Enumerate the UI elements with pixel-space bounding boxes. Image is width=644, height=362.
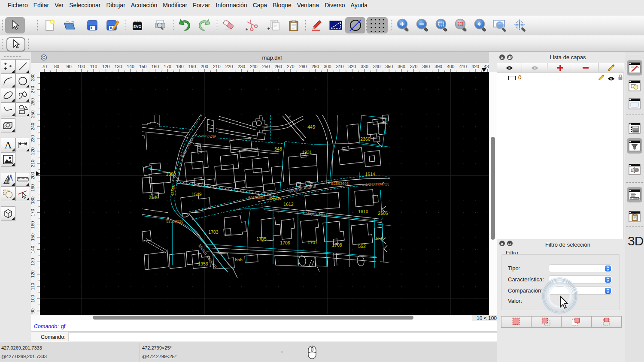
svg-text:1614: 1614: [365, 172, 375, 177]
svg-text:52563692: 52563692: [248, 196, 265, 200]
svg-text:140: 140: [31, 246, 35, 253]
svg-text:280: 280: [299, 64, 307, 69]
svg-text:330: 330: [361, 64, 368, 69]
svg-text:90: 90: [31, 308, 35, 314]
svg-text:550: 550: [376, 236, 383, 241]
svg-text:410: 410: [459, 64, 467, 69]
svg-text:c:_command: c:_command: [631, 198, 640, 199]
svg-text:150: 150: [31, 233, 35, 241]
svg-text:170: 170: [164, 64, 171, 69]
svg-text:240: 240: [31, 123, 35, 130]
svg-text:250: 250: [31, 110, 35, 118]
svg-text:1549: 1549: [191, 192, 202, 197]
svg-text:120: 120: [102, 64, 110, 69]
svg-text:52563694: 52563694: [366, 182, 383, 186]
svg-text:250: 250: [262, 64, 270, 69]
svg-text:1707: 1707: [307, 240, 318, 245]
svg-text:280: 280: [31, 73, 35, 81]
svg-text:260: 260: [274, 64, 282, 69]
svg-text:1931: 1931: [302, 150, 312, 155]
svg-text:Laboris Nisi: Laboris Nisi: [303, 210, 327, 218]
svg-text:170: 170: [31, 209, 35, 217]
svg-text:2546: 2546: [149, 195, 159, 200]
svg-text:230: 230: [237, 64, 245, 69]
svg-text:350: 350: [386, 64, 393, 69]
svg-text:420: 420: [471, 64, 479, 69]
svg-text:150: 150: [139, 64, 147, 69]
svg-text:290: 290: [312, 64, 319, 69]
svg-text:160: 160: [152, 64, 159, 69]
svg-text:1810: 1810: [358, 209, 368, 214]
svg-text:110: 110: [90, 64, 97, 69]
svg-text:180: 180: [176, 64, 184, 69]
svg-text:1705: 1705: [256, 236, 267, 241]
svg-text:52563236: 52563236: [166, 219, 183, 223]
svg-text:1612: 1612: [283, 202, 294, 207]
svg-text:1580: 1580: [166, 172, 176, 177]
svg-text:240: 240: [250, 64, 258, 69]
svg-text:200: 200: [200, 64, 208, 69]
svg-text:380: 380: [422, 64, 430, 69]
svg-text:1953: 1953: [198, 261, 208, 266]
svg-text:320: 320: [349, 64, 356, 69]
svg-text:52563693: 52563693: [331, 181, 349, 186]
svg-text:370: 370: [410, 64, 418, 69]
svg-text:555: 555: [235, 257, 243, 262]
svg-text:270: 270: [287, 64, 295, 69]
svg-text:2506: 2506: [378, 211, 388, 216]
svg-text:230: 230: [31, 135, 35, 143]
svg-text:190: 190: [188, 64, 196, 69]
svg-text:100: 100: [78, 64, 85, 69]
svg-text:445: 445: [307, 124, 315, 130]
svg-text:552: 552: [358, 244, 366, 249]
svg-text:190: 190: [31, 184, 35, 192]
svg-text:200: 200: [31, 172, 35, 180]
svg-text:100: 100: [31, 295, 35, 302]
svg-text:1708: 1708: [332, 242, 342, 247]
svg-text:110: 110: [31, 283, 35, 290]
svg-text:210: 210: [213, 64, 221, 69]
svg-text:548: 548: [274, 146, 282, 151]
svg-text:90: 90: [67, 64, 72, 69]
svg-text:80: 80: [54, 64, 59, 69]
svg-text:220: 220: [31, 147, 35, 155]
svg-text:340: 340: [373, 64, 381, 69]
svg-text:1703: 1703: [208, 229, 219, 235]
svg-text:400: 400: [447, 64, 455, 69]
svg-text:220: 220: [225, 64, 233, 69]
svg-text:140: 140: [127, 64, 134, 69]
svg-text:SVG: SVG: [133, 24, 141, 29]
svg-text:52563284: 52563284: [199, 134, 216, 138]
svg-text:70: 70: [42, 64, 47, 69]
svg-text:260: 260: [31, 98, 35, 106]
svg-text:210: 210: [31, 160, 35, 167]
svg-text:1706: 1706: [280, 240, 290, 245]
svg-text:270: 270: [31, 86, 35, 94]
svg-text:300: 300: [324, 64, 331, 69]
svg-text:43505: 43505: [268, 196, 281, 201]
svg-text:160: 160: [31, 221, 35, 229]
svg-text:2360: 2360: [360, 136, 371, 142]
svg-text:43506: 43506: [170, 184, 176, 196]
svg-text:390: 390: [434, 64, 442, 69]
svg-text:130: 130: [31, 258, 35, 265]
svg-text:360: 360: [398, 64, 405, 69]
svg-text:130: 130: [115, 64, 122, 69]
svg-text:120: 120: [31, 270, 35, 278]
svg-text:180: 180: [31, 196, 35, 204]
svg-text:310: 310: [336, 64, 344, 69]
